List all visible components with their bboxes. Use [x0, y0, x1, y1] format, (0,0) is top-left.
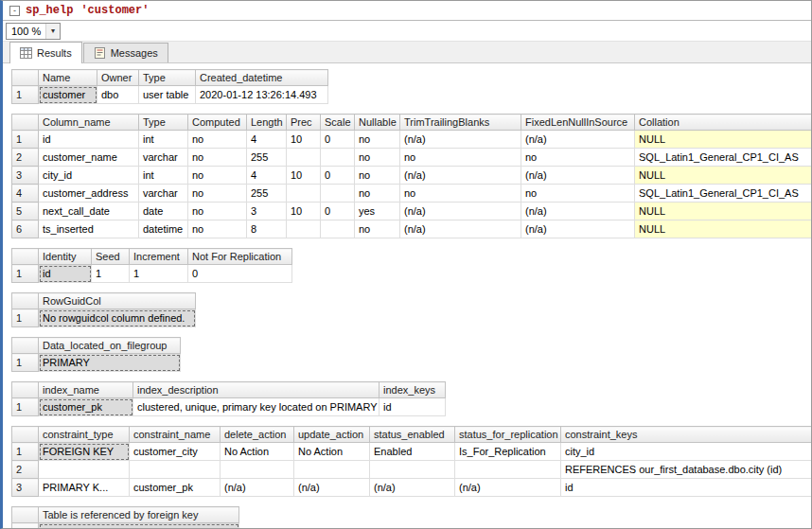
grid-cell[interactable]: city_id	[561, 443, 812, 461]
grid-corner[interactable]	[12, 70, 39, 86]
grid-corner[interactable]	[12, 427, 39, 443]
grid-cell[interactable]	[370, 461, 455, 479]
column-header[interactable]: Length	[247, 115, 287, 131]
grid-cell[interactable]: 1	[92, 265, 130, 283]
grid-cell[interactable]: NULL	[635, 220, 812, 238]
grid-cell[interactable]: user table	[139, 86, 196, 104]
row-number[interactable]: 1	[12, 443, 39, 461]
grid-cell[interactable]	[221, 461, 294, 479]
grid-cell[interactable]: 255	[247, 149, 287, 167]
row-number[interactable]: 1	[12, 131, 39, 149]
grid-cell[interactable]: (n/a)	[521, 220, 635, 238]
grid-cell[interactable]: int	[139, 167, 188, 185]
row-number[interactable]: 1	[12, 354, 39, 372]
grid-cell[interactable]: (n/a)	[455, 479, 561, 497]
column-header[interactable]: Scale	[321, 115, 355, 131]
grid-cell[interactable]: Is_For_Replication	[455, 443, 561, 461]
grid-cell[interactable]	[321, 185, 355, 203]
grid-cell[interactable]: no	[400, 149, 521, 167]
column-header[interactable]: index_keys	[380, 382, 446, 398]
grid-cell[interactable]: no	[355, 220, 400, 238]
grid-cell[interactable]: SQL_Latin1_General_CP1_CI_AS	[635, 185, 812, 203]
grid-cell[interactable]: customer_pk	[130, 479, 221, 497]
grid-cell[interactable]: int	[139, 131, 188, 149]
grid-cell[interactable]: 0	[321, 203, 355, 220]
grid-cell[interactable]: 255	[247, 185, 287, 203]
grid-cell[interactable]: next_call_date	[39, 203, 139, 220]
grid-cell[interactable]: (n/a)	[400, 220, 521, 238]
grid-cell[interactable]: customer_pk	[39, 398, 133, 416]
grid-cell[interactable]	[294, 461, 370, 479]
grid-cell[interactable]: 0	[188, 265, 292, 283]
zoom-select[interactable]: 100 % ▾	[6, 23, 61, 40]
grid-cell[interactable]: (n/a)	[521, 203, 635, 220]
grid-cell[interactable]: (n/a)	[221, 479, 294, 497]
grid-corner[interactable]	[12, 293, 39, 309]
column-header[interactable]: constraint_keys	[561, 427, 812, 443]
grid-cell[interactable]: (n/a)	[521, 131, 635, 149]
column-header[interactable]: status_for_replication	[455, 427, 561, 443]
grid-cell[interactable]: no	[188, 131, 247, 149]
grid-corner[interactable]	[12, 249, 39, 265]
column-header[interactable]: Created_datetime	[196, 70, 328, 86]
grid-cell[interactable]: REFERENCES our_first_database.dbo.city (…	[561, 461, 812, 479]
column-header[interactable]: constraint_name	[130, 427, 221, 443]
grid-cell[interactable]: yes	[355, 203, 400, 220]
grid-cell[interactable]: no	[355, 185, 400, 203]
column-header[interactable]: update_action	[294, 427, 370, 443]
grid-cell[interactable]: our_first_database.dbo.call: call_custom…	[39, 523, 239, 529]
grid-cell[interactable]: 4	[247, 167, 287, 185]
row-number[interactable]: 3	[12, 167, 39, 185]
grid-cell[interactable]: 4	[247, 131, 287, 149]
grid-cell[interactable]: no	[521, 149, 635, 167]
grid-cell[interactable]	[455, 461, 561, 479]
grid-cell[interactable]: customer_city	[130, 443, 221, 461]
grid-cell[interactable]: dbo	[97, 86, 139, 104]
grid-cell[interactable]: No Action	[221, 443, 294, 461]
column-header[interactable]: Identity	[39, 249, 92, 265]
column-header[interactable]: Type	[139, 115, 188, 131]
grid-cell[interactable]: (n/a)	[400, 131, 521, 149]
grid-cell[interactable]: no	[188, 220, 247, 238]
chevron-down-icon[interactable]: ▾	[45, 24, 60, 39]
grid-cell[interactable]: id	[39, 131, 139, 149]
grid-cell[interactable]: ts_inserted	[39, 220, 139, 238]
grid-cell[interactable]: (n/a)	[400, 167, 521, 185]
grid-corner[interactable]	[12, 115, 39, 131]
column-header[interactable]: Prec	[287, 115, 321, 131]
grid-cell[interactable]: id	[380, 398, 446, 416]
grid-cell[interactable]: NULL	[635, 203, 812, 220]
grid-cell[interactable]: no	[188, 185, 247, 203]
grid-cell[interactable]: no	[355, 167, 400, 185]
column-header[interactable]: TrimTrailingBlanks	[400, 115, 521, 131]
row-number[interactable]: 6	[12, 220, 39, 238]
column-header[interactable]: Owner	[97, 70, 139, 86]
grid-cell[interactable]: 10	[287, 167, 321, 185]
grid-cell[interactable]: 0	[321, 167, 355, 185]
row-number[interactable]: 1	[12, 265, 39, 283]
column-header[interactable]: Column_name	[39, 115, 139, 131]
grid-cell[interactable]: (n/a)	[294, 479, 370, 497]
column-header[interactable]: index_name	[39, 382, 133, 398]
row-number[interactable]: 4	[12, 185, 39, 203]
row-number[interactable]: 3	[12, 479, 39, 497]
grid-cell[interactable]: varchar	[139, 149, 188, 167]
grid-cell[interactable]: id	[39, 265, 92, 283]
grid-cell[interactable]	[321, 149, 355, 167]
grid-cell[interactable]: (n/a)	[370, 479, 455, 497]
column-header[interactable]: Name	[39, 70, 97, 86]
column-header[interactable]: Data_located_on_filegroup	[39, 338, 181, 354]
grid-cell[interactable]: no	[355, 149, 400, 167]
grid-cell[interactable]: NULL	[635, 167, 812, 185]
grid-cell[interactable]: no	[521, 185, 635, 203]
row-number[interactable]: 1	[12, 309, 39, 327]
grid-cell[interactable]: PRIMARY	[39, 354, 181, 372]
column-header[interactable]: Not For Replication	[188, 249, 292, 265]
column-header[interactable]: Seed	[92, 249, 130, 265]
tab-messages[interactable]: Messages	[83, 43, 168, 62]
grid-cell[interactable]: no	[400, 185, 521, 203]
grid-cell[interactable]	[287, 220, 321, 238]
column-header[interactable]: Computed	[188, 115, 247, 131]
grid-cell[interactable]: No rowguidcol column defined.	[39, 309, 196, 327]
grid-cell[interactable]: clustered, unique, primary key located o…	[133, 398, 380, 416]
